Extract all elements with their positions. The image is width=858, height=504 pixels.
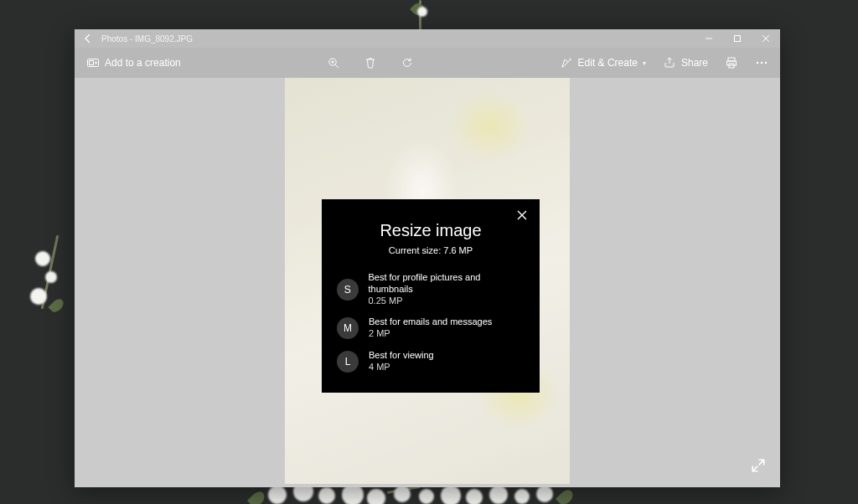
decorative-flower [466,489,483,504]
delete-button[interactable] [357,51,384,75]
decorative-flower [45,271,57,283]
resize-option-small[interactable]: S Best for profile pictures and thumbnai… [337,267,525,311]
zoom-button[interactable] [320,51,347,75]
decorative-flower [35,251,50,266]
edit-create-icon [560,56,573,69]
svg-point-7 [757,62,758,64]
share-icon [663,56,676,69]
dialog-close-button[interactable] [513,206,531,224]
rotate-icon [401,56,414,69]
size-badge-s: S [337,279,359,301]
decorative-flower [30,288,47,305]
photos-app-window: Photos - IMG_8092.JPG Add to a creation [75,29,780,487]
svg-rect-4 [728,58,735,61]
resize-option-mp: 2 MP [369,328,492,340]
dialog-title: Resize image [337,221,525,240]
share-label: Share [681,57,708,69]
dialog-subtitle: Current size: 7.6 MP [337,245,525,255]
fullscreen-icon [751,458,766,473]
resize-option-label: Best for emails and messages [369,316,492,328]
maximize-button[interactable] [723,29,752,48]
add-to-creation-label: Add to a creation [105,57,181,69]
content-area: Resize image Current size: 7.6 MP S Best… [75,78,780,487]
decorative-flower [268,486,287,504]
share-button[interactable]: Share [656,51,715,75]
maximize-icon [733,34,742,43]
toolbar: Add to a creation [75,48,780,78]
svg-rect-2 [90,61,94,65]
close-button[interactable] [752,29,780,48]
decorative-flower [318,487,335,504]
decorative-leaf [556,487,576,504]
print-icon [725,56,738,69]
svg-point-9 [765,62,767,64]
svg-point-8 [761,62,762,64]
close-icon [517,210,527,220]
decorative-leaf [48,296,65,314]
resize-option-medium[interactable]: M Best for emails and messages 2 MP [337,311,525,345]
edit-create-label: Edit & Create [578,57,638,69]
fullscreen-button[interactable] [747,454,770,477]
resize-option-mp: 4 MP [369,362,434,373]
rotate-button[interactable] [394,51,421,75]
print-button[interactable] [718,51,745,75]
decorative-flower [419,489,434,504]
decorative-flower [514,489,530,504]
decorative-flower [394,486,411,502]
resize-option-mp: 0.25 MP [369,296,525,307]
add-to-creation-icon [86,56,100,69]
add-to-creation-button[interactable]: Add to a creation [80,51,188,75]
decorative-flower [441,486,461,504]
resize-image-dialog: Resize image Current size: 7.6 MP S Best… [322,199,540,393]
decorative-leaf [247,489,267,504]
close-icon [762,34,770,43]
trash-icon [364,56,377,69]
chevron-down-icon: ▾ [643,59,646,67]
decorative-flower [417,7,427,17]
titlebar: Photos - IMG_8092.JPG [75,29,780,48]
minimize-icon [705,34,713,43]
svg-rect-0 [735,36,741,42]
back-button[interactable] [75,32,101,45]
more-button[interactable] [748,51,775,75]
decorative-flower [536,486,553,502]
edit-create-button[interactable]: Edit & Create ▾ [553,51,653,75]
size-badge-m: M [337,317,359,339]
back-arrow-icon [81,32,95,45]
window-title: Photos - IMG_8092.JPG [101,34,193,44]
minimize-button[interactable] [695,29,723,48]
decorative-flower [489,486,508,504]
resize-option-label: Best for viewing [369,350,434,362]
resize-option-label: Best for profile pictures and thumbnails [369,272,525,296]
zoom-icon [327,56,340,69]
size-badge-l: L [337,351,359,373]
decorative-flower [367,489,385,504]
more-icon [755,56,768,69]
resize-option-large[interactable]: L Best for viewing 4 MP [337,345,525,378]
